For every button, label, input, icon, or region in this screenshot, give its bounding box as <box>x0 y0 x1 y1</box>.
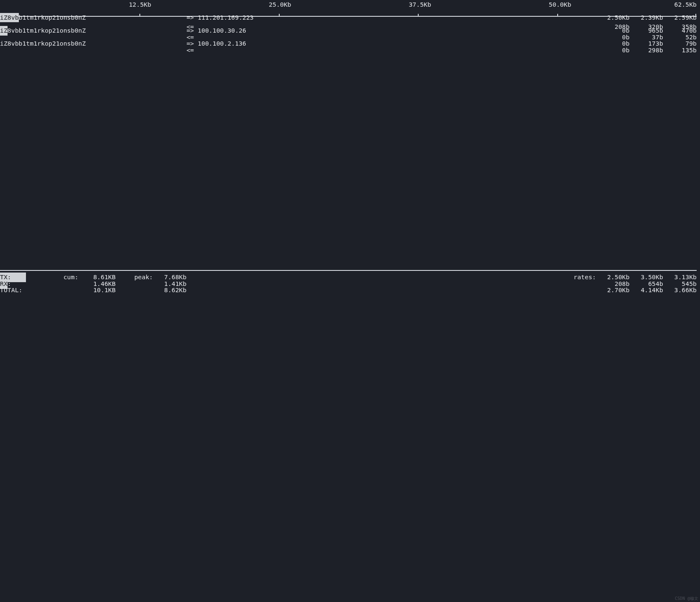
summary-separator <box>0 270 486 271</box>
dst-host: 111.201.169.223 <box>198 13 254 23</box>
src-host-prefix: iZ8vb <box>0 13 19 23</box>
scale-tick-label: 12.5Kb <box>129 0 151 10</box>
scale-tick-label: 25.0Kb <box>269 0 291 10</box>
summary-label-total: TOTAL: <box>0 286 22 295</box>
arrow-tx-icon: => <box>186 13 194 23</box>
arrow-rx-icon: <= <box>186 46 194 55</box>
summary-peak-value: 8.62Kb <box>164 286 186 295</box>
scale-tick-label: 37.5Kb <box>409 0 431 10</box>
summary-total-row: TOTAL: 10.1KB 8.62Kb 2.70Kb 4.14Kb 3.66K… <box>0 286 486 295</box>
connection-rx-row: <= 0b 298b 135b <box>0 46 486 55</box>
connection-tx-row: iZ8vb b1tm1rkop21onsb0nZ => 111.201.169.… <box>0 13 486 23</box>
src-host-rest: b1tm1rkop21onsb0nZ <box>19 13 86 23</box>
scale-labels-row: 12.5Kb 25.0Kb 37.5Kb 50.0Kb 62.5Kb <box>0 0 486 10</box>
summary-cum-value: 10.1KB <box>93 286 116 295</box>
